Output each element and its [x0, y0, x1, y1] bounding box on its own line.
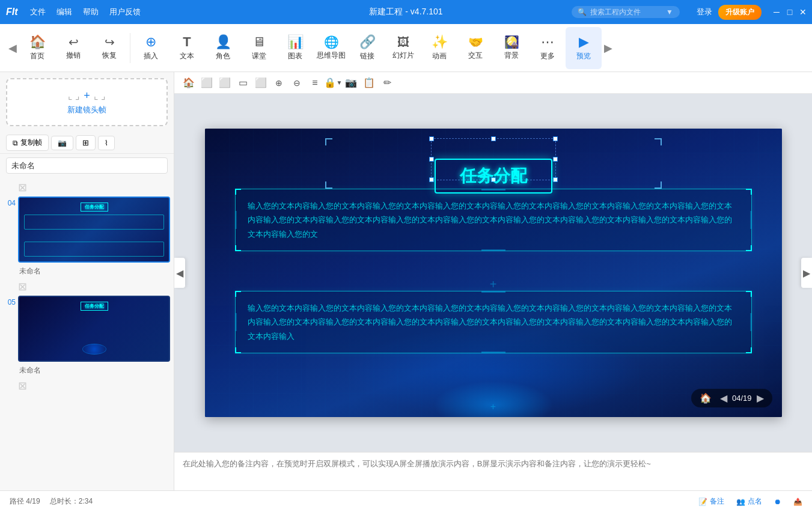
- tool-slide[interactable]: 🖼 幻灯片: [385, 27, 421, 69]
- slide-thumb-05[interactable]: 任务分配: [18, 296, 170, 362]
- content-box-2[interactable]: 输入您的文本内容输入您的文本内容输入您的文本内容输入您的文本内容输入您的文本内容…: [235, 291, 752, 353]
- action-copy-shape[interactable]: ⬜: [198, 75, 215, 91]
- search-icon: 🔍: [578, 8, 587, 16]
- tool-home[interactable]: 🏠 首页: [19, 27, 55, 69]
- action-clipboard[interactable]: 📋: [361, 75, 377, 91]
- login-button[interactable]: 登录: [697, 7, 712, 17]
- rollcall-label: 点名: [748, 496, 762, 507]
- tech-corner-1-br: [746, 245, 752, 251]
- menu-help[interactable]: 帮助: [83, 7, 99, 17]
- thumb-glow-05: [82, 344, 106, 355]
- separator-icon-3: ⊠: [18, 379, 170, 392]
- slide-label-04: 未命名: [19, 266, 170, 276]
- action-align[interactable]: ≡: [307, 75, 323, 91]
- nav-home-icon[interactable]: 🏠: [700, 392, 712, 404]
- close-button[interactable]: ✕: [799, 8, 807, 16]
- tool-animation[interactable]: ✨ 动画: [421, 27, 457, 69]
- tool-more[interactable]: ⋯ 更多: [530, 27, 566, 69]
- thumb-title-05: 任务分配: [81, 302, 108, 311]
- slide-num-04: 04: [4, 197, 16, 207]
- toolbar-back[interactable]: ◀: [6, 39, 19, 57]
- export-icon: 📤: [793, 498, 802, 506]
- app-title: 新建工程 - v4.7.101: [369, 7, 442, 17]
- character-icon: 👤: [215, 34, 231, 50]
- action-screenshot[interactable]: 📷: [343, 75, 359, 91]
- tool-text[interactable]: T 文本: [169, 27, 205, 69]
- copy-icon: ⧉: [13, 139, 18, 147]
- tool-background[interactable]: 🎑 背景: [493, 27, 530, 69]
- annotation-label: 备注: [710, 496, 724, 507]
- fit-button[interactable]: ⊞: [76, 135, 96, 150]
- chart-icon: 📊: [287, 34, 304, 50]
- nav-next-button[interactable]: ▶: [757, 392, 764, 404]
- tool-text-label: 文本: [180, 51, 194, 61]
- window-controls: ─ □ ✕: [772, 8, 807, 16]
- app-logo: FIt: [6, 7, 18, 17]
- tool-redo-label: 恢复: [102, 50, 117, 61]
- tool-link[interactable]: 🔗 链接: [349, 27, 385, 69]
- status-right: 📝 备注 👥 点名 ⏺ 📤: [698, 496, 802, 507]
- tool-undo[interactable]: ↩ 撤销: [55, 27, 91, 69]
- new-frame-button[interactable]: ⌞ ⌟ + ⌞ ⌟ 新建镜头帧: [6, 78, 168, 126]
- annotation-button[interactable]: 📝 备注: [698, 496, 724, 507]
- menu-file[interactable]: 文件: [30, 7, 46, 17]
- tool-mindmap[interactable]: 🌐 思维导图: [313, 27, 349, 69]
- action-home[interactable]: 🏠: [180, 75, 197, 91]
- record-button[interactable]: ⏺: [774, 498, 781, 506]
- chain-button[interactable]: ⌇: [98, 136, 115, 150]
- nav-page-info: 04/19: [732, 394, 752, 403]
- menu-feedback[interactable]: 用户反馈: [109, 7, 141, 17]
- frame-name-input[interactable]: [6, 157, 168, 174]
- slide-thumb-04[interactable]: 任务分配 4: [18, 197, 170, 263]
- right-panel-collapse[interactable]: ▶: [801, 258, 812, 288]
- separator-icon-1: ⊠: [18, 181, 170, 194]
- content-text-1: 输入您的文本内容输入您的文本内容输入您的文本内容输入您的文本内容输入您的文本内容…: [248, 199, 739, 241]
- slide-label-05: 未命名: [19, 365, 170, 376]
- tool-insert[interactable]: ⊕ 插入: [133, 27, 169, 69]
- copy-frame-button[interactable]: ⧉ 复制帧: [6, 135, 49, 151]
- tool-interact-label: 交互: [468, 50, 483, 61]
- chain-icon: ⌇: [105, 139, 108, 147]
- search-input[interactable]: [590, 8, 662, 16]
- tool-interact[interactable]: 🤝 交互: [457, 27, 493, 69]
- tool-character[interactable]: 👤 角色: [205, 27, 241, 69]
- slide-title-wrapper[interactable]: 任务分配: [435, 142, 552, 177]
- upgrade-button[interactable]: 升级账户: [718, 5, 762, 20]
- action-lock[interactable]: 🔒▼: [325, 75, 341, 91]
- maximize-button[interactable]: □: [786, 8, 794, 16]
- content-box-1[interactable]: 输入您的文本内容输入您的文本内容输入您的文本内容输入您的文本内容输入您的文本内容…: [235, 189, 752, 251]
- slide-row-04: 04 任务分配 4: [4, 197, 170, 263]
- screenshot-button[interactable]: 📷: [51, 136, 73, 150]
- toolbar-forward[interactable]: ▶: [602, 39, 615, 57]
- menu-edit[interactable]: 编辑: [56, 7, 72, 17]
- action-zoom-in[interactable]: ⊕: [270, 75, 287, 91]
- status-path: 路径 4/19: [10, 496, 40, 507]
- tool-redo[interactable]: ↪ 恢复: [91, 27, 127, 69]
- annotation-icon: 📝: [698, 498, 707, 506]
- action-paste-shape[interactable]: ⬜: [216, 75, 233, 91]
- action-frame[interactable]: ▭: [234, 75, 251, 91]
- export-button[interactable]: 📤: [793, 498, 802, 506]
- tech-corner-1-tl: [235, 189, 241, 195]
- main-toolbar: ◀ 🏠 首页 ↩ 撤销 ↪ 恢复 ⊕ 插入 T 文本 👤 角色 🖥 课堂 📊 图…: [0, 24, 812, 72]
- link-icon: 🔗: [359, 34, 376, 50]
- insert-icon: ⊕: [145, 34, 156, 50]
- tool-classroom[interactable]: 🖥 课堂: [241, 27, 277, 69]
- nav-prev-button[interactable]: ◀: [720, 392, 727, 404]
- slide-title-text: 任务分配: [460, 166, 527, 185]
- sidebar-collapse-button[interactable]: ◀: [174, 258, 185, 288]
- action-zoom-out[interactable]: ⊖: [288, 75, 305, 91]
- search-bar[interactable]: 🔍 ▼: [572, 6, 680, 18]
- tool-chart[interactable]: 📊 图表: [277, 27, 313, 69]
- tool-preview[interactable]: ▶ 预览: [566, 27, 602, 69]
- action-layers[interactable]: ⬜: [252, 75, 269, 91]
- tool-chart-label: 图表: [288, 51, 302, 61]
- action-edit[interactable]: ✏: [379, 75, 395, 91]
- minimize-button[interactable]: ─: [772, 8, 781, 16]
- tool-preview-label: 预览: [576, 51, 591, 61]
- sel-corner-br: [655, 181, 662, 189]
- side-notch-r1: [750, 211, 752, 229]
- search-dropdown-icon[interactable]: ▼: [666, 8, 673, 16]
- rollcall-button[interactable]: 👥 点名: [736, 496, 762, 507]
- action-toolbar: 🏠 ⬜ ⬜ ▭ ⬜ ⊕ ⊖ ≡ 🔒▼ 📷 📋 ✏: [174, 72, 812, 94]
